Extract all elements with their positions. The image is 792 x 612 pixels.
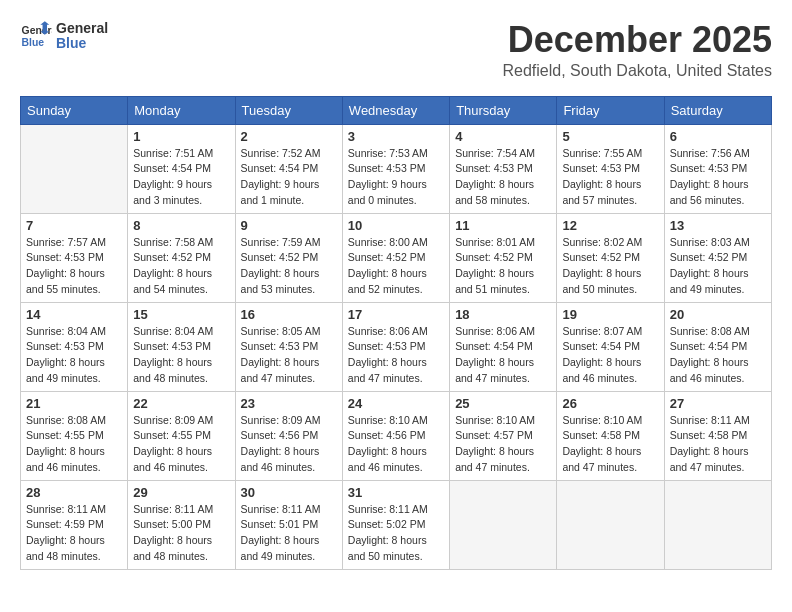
day-info: Sunrise: 8:02 AMSunset: 4:52 PMDaylight:… (562, 235, 658, 298)
day-cell (21, 124, 128, 213)
day-info: Sunrise: 8:03 AMSunset: 4:52 PMDaylight:… (670, 235, 766, 298)
week-row-1: 7Sunrise: 7:57 AMSunset: 4:53 PMDaylight… (21, 213, 772, 302)
day-number: 7 (26, 218, 122, 233)
day-info: Sunrise: 8:11 AMSunset: 5:00 PMDaylight:… (133, 502, 229, 565)
page-header: General Blue General Blue December 2025 … (20, 20, 772, 80)
day-cell: 11Sunrise: 8:01 AMSunset: 4:52 PMDayligh… (450, 213, 557, 302)
day-cell: 18Sunrise: 8:06 AMSunset: 4:54 PMDayligh… (450, 302, 557, 391)
col-header-tuesday: Tuesday (235, 96, 342, 124)
day-cell: 19Sunrise: 8:07 AMSunset: 4:54 PMDayligh… (557, 302, 664, 391)
day-number: 22 (133, 396, 229, 411)
day-cell (664, 480, 771, 569)
day-info: Sunrise: 7:58 AMSunset: 4:52 PMDaylight:… (133, 235, 229, 298)
day-info: Sunrise: 8:05 AMSunset: 4:53 PMDaylight:… (241, 324, 337, 387)
day-cell: 30Sunrise: 8:11 AMSunset: 5:01 PMDayligh… (235, 480, 342, 569)
day-cell: 3Sunrise: 7:53 AMSunset: 4:53 PMDaylight… (342, 124, 449, 213)
day-cell: 17Sunrise: 8:06 AMSunset: 4:53 PMDayligh… (342, 302, 449, 391)
col-header-monday: Monday (128, 96, 235, 124)
day-number: 14 (26, 307, 122, 322)
day-cell: 21Sunrise: 8:08 AMSunset: 4:55 PMDayligh… (21, 391, 128, 480)
day-info: Sunrise: 7:51 AMSunset: 4:54 PMDaylight:… (133, 146, 229, 209)
day-info: Sunrise: 8:10 AMSunset: 4:57 PMDaylight:… (455, 413, 551, 476)
day-number: 18 (455, 307, 551, 322)
day-cell: 23Sunrise: 8:09 AMSunset: 4:56 PMDayligh… (235, 391, 342, 480)
day-info: Sunrise: 8:11 AMSunset: 4:59 PMDaylight:… (26, 502, 122, 565)
day-number: 17 (348, 307, 444, 322)
day-info: Sunrise: 8:06 AMSunset: 4:53 PMDaylight:… (348, 324, 444, 387)
day-number: 10 (348, 218, 444, 233)
day-cell: 29Sunrise: 8:11 AMSunset: 5:00 PMDayligh… (128, 480, 235, 569)
day-cell: 28Sunrise: 8:11 AMSunset: 4:59 PMDayligh… (21, 480, 128, 569)
logo-icon: General Blue (20, 20, 52, 52)
day-info: Sunrise: 8:09 AMSunset: 4:56 PMDaylight:… (241, 413, 337, 476)
day-cell: 27Sunrise: 8:11 AMSunset: 4:58 PMDayligh… (664, 391, 771, 480)
day-cell: 15Sunrise: 8:04 AMSunset: 4:53 PMDayligh… (128, 302, 235, 391)
day-cell: 1Sunrise: 7:51 AMSunset: 4:54 PMDaylight… (128, 124, 235, 213)
day-info: Sunrise: 7:56 AMSunset: 4:53 PMDaylight:… (670, 146, 766, 209)
week-row-4: 28Sunrise: 8:11 AMSunset: 4:59 PMDayligh… (21, 480, 772, 569)
day-info: Sunrise: 8:11 AMSunset: 4:58 PMDaylight:… (670, 413, 766, 476)
svg-text:Blue: Blue (22, 37, 45, 48)
day-cell: 31Sunrise: 8:11 AMSunset: 5:02 PMDayligh… (342, 480, 449, 569)
col-header-wednesday: Wednesday (342, 96, 449, 124)
day-number: 15 (133, 307, 229, 322)
col-header-saturday: Saturday (664, 96, 771, 124)
calendar-table: SundayMondayTuesdayWednesdayThursdayFrid… (20, 96, 772, 570)
day-info: Sunrise: 7:52 AMSunset: 4:54 PMDaylight:… (241, 146, 337, 209)
day-info: Sunrise: 8:00 AMSunset: 4:52 PMDaylight:… (348, 235, 444, 298)
day-info: Sunrise: 8:04 AMSunset: 4:53 PMDaylight:… (26, 324, 122, 387)
col-header-thursday: Thursday (450, 96, 557, 124)
day-info: Sunrise: 7:54 AMSunset: 4:53 PMDaylight:… (455, 146, 551, 209)
day-cell (450, 480, 557, 569)
day-cell: 12Sunrise: 8:02 AMSunset: 4:52 PMDayligh… (557, 213, 664, 302)
day-number: 9 (241, 218, 337, 233)
logo-general: General (56, 21, 108, 36)
day-cell: 26Sunrise: 8:10 AMSunset: 4:58 PMDayligh… (557, 391, 664, 480)
day-cell: 14Sunrise: 8:04 AMSunset: 4:53 PMDayligh… (21, 302, 128, 391)
day-number: 27 (670, 396, 766, 411)
day-number: 20 (670, 307, 766, 322)
day-number: 23 (241, 396, 337, 411)
day-number: 29 (133, 485, 229, 500)
day-cell: 9Sunrise: 7:59 AMSunset: 4:52 PMDaylight… (235, 213, 342, 302)
day-cell: 10Sunrise: 8:00 AMSunset: 4:52 PMDayligh… (342, 213, 449, 302)
day-info: Sunrise: 8:07 AMSunset: 4:54 PMDaylight:… (562, 324, 658, 387)
day-info: Sunrise: 8:11 AMSunset: 5:01 PMDaylight:… (241, 502, 337, 565)
day-cell: 13Sunrise: 8:03 AMSunset: 4:52 PMDayligh… (664, 213, 771, 302)
day-number: 28 (26, 485, 122, 500)
logo-blue: Blue (56, 36, 108, 51)
day-info: Sunrise: 8:08 AMSunset: 4:54 PMDaylight:… (670, 324, 766, 387)
day-info: Sunrise: 8:09 AMSunset: 4:55 PMDaylight:… (133, 413, 229, 476)
day-number: 4 (455, 129, 551, 144)
day-cell: 25Sunrise: 8:10 AMSunset: 4:57 PMDayligh… (450, 391, 557, 480)
day-cell (557, 480, 664, 569)
title-block: December 2025 Redfield, South Dakota, Un… (503, 20, 773, 80)
day-cell: 20Sunrise: 8:08 AMSunset: 4:54 PMDayligh… (664, 302, 771, 391)
day-cell: 2Sunrise: 7:52 AMSunset: 4:54 PMDaylight… (235, 124, 342, 213)
col-header-friday: Friday (557, 96, 664, 124)
day-number: 2 (241, 129, 337, 144)
day-cell: 5Sunrise: 7:55 AMSunset: 4:53 PMDaylight… (557, 124, 664, 213)
day-number: 30 (241, 485, 337, 500)
day-number: 3 (348, 129, 444, 144)
day-cell: 4Sunrise: 7:54 AMSunset: 4:53 PMDaylight… (450, 124, 557, 213)
logo: General Blue General Blue (20, 20, 108, 52)
day-number: 13 (670, 218, 766, 233)
day-cell: 7Sunrise: 7:57 AMSunset: 4:53 PMDaylight… (21, 213, 128, 302)
day-number: 25 (455, 396, 551, 411)
day-number: 31 (348, 485, 444, 500)
day-info: Sunrise: 8:04 AMSunset: 4:53 PMDaylight:… (133, 324, 229, 387)
day-info: Sunrise: 7:53 AMSunset: 4:53 PMDaylight:… (348, 146, 444, 209)
day-number: 19 (562, 307, 658, 322)
day-info: Sunrise: 8:10 AMSunset: 4:58 PMDaylight:… (562, 413, 658, 476)
day-info: Sunrise: 8:10 AMSunset: 4:56 PMDaylight:… (348, 413, 444, 476)
month-title: December 2025 (503, 20, 773, 60)
svg-text:General: General (22, 25, 52, 36)
day-cell: 22Sunrise: 8:09 AMSunset: 4:55 PMDayligh… (128, 391, 235, 480)
day-number: 26 (562, 396, 658, 411)
day-number: 8 (133, 218, 229, 233)
col-header-sunday: Sunday (21, 96, 128, 124)
week-row-2: 14Sunrise: 8:04 AMSunset: 4:53 PMDayligh… (21, 302, 772, 391)
day-info: Sunrise: 7:57 AMSunset: 4:53 PMDaylight:… (26, 235, 122, 298)
day-number: 6 (670, 129, 766, 144)
